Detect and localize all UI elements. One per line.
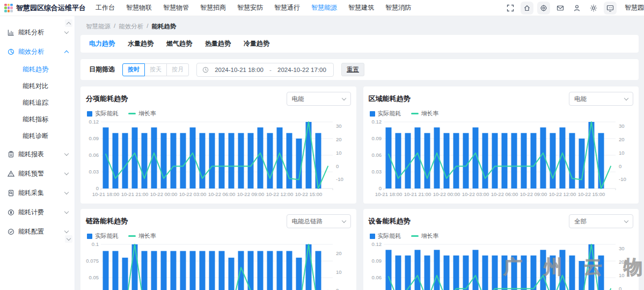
sidebar-scroll-up-icon[interactable] bbox=[65, 19, 72, 27]
chevron-down-icon bbox=[64, 190, 69, 194]
sidebar-scroll-down-icon[interactable] bbox=[65, 235, 72, 243]
svg-text:0.075: 0.075 bbox=[86, 258, 99, 264]
date-start-value[interactable]: 2024-10-21 18:00 bbox=[213, 67, 265, 73]
mode-by-month-button[interactable]: 按月 bbox=[166, 63, 189, 76]
svg-text:10-22 06:00: 10-22 06:00 bbox=[491, 191, 518, 197]
svg-text:10-21 21:00: 10-21 21:00 bbox=[404, 191, 431, 197]
sidebar-item-label: 能耗追踪 bbox=[23, 98, 48, 107]
sidebar-item-energy-collect[interactable]: 能耗采集 bbox=[0, 183, 75, 202]
legend-actual-energy[interactable]: 实际能耗 bbox=[370, 232, 401, 240]
line-swatch bbox=[128, 113, 136, 114]
link-select[interactable]: 电能总链路 bbox=[287, 214, 351, 228]
svg-text:10-22 00:00: 10-22 00:00 bbox=[150, 191, 178, 197]
tab-electricity-trend[interactable]: 电力趋势 bbox=[89, 39, 115, 48]
tab-heat-trend[interactable]: 热量趋势 bbox=[205, 39, 231, 48]
svg-text:0: 0 bbox=[336, 287, 339, 290]
sidebar-item-energy-kpi[interactable]: 能耗指标 bbox=[0, 111, 75, 128]
brand: 智慧园区综合运维平台 bbox=[4, 3, 86, 13]
tab-water-trend[interactable]: 水量趋势 bbox=[128, 39, 153, 48]
sidebar-item-label: 能耗采集 bbox=[18, 189, 65, 198]
nav-item-security[interactable]: 智慧安防 bbox=[237, 3, 263, 12]
svg-text:10-22 12:00: 10-22 12:00 bbox=[548, 191, 576, 197]
svg-text:10-21 21:00: 10-21 21:00 bbox=[121, 191, 149, 197]
tab-gas-trend[interactable]: 燃气趋势 bbox=[166, 39, 192, 48]
select-value: 电能 bbox=[292, 95, 339, 103]
chart-legend: 实际能耗 增长率 bbox=[370, 110, 634, 118]
legend-growth-rate[interactable]: 增长率 bbox=[128, 110, 156, 118]
line-swatch bbox=[411, 235, 419, 237]
topbar-actions: 智慧园 bbox=[504, 2, 644, 15]
clipboard-icon bbox=[8, 151, 14, 158]
sidebar-item-energy-trace[interactable]: 能耗追踪 bbox=[0, 95, 75, 111]
mode-by-day-button[interactable]: 按天 bbox=[144, 63, 167, 76]
legend-growth-rate[interactable]: 增长率 bbox=[411, 232, 439, 240]
nav-item-leasing[interactable]: 智慧招商 bbox=[200, 3, 226, 12]
sidebar-item-energy-billing[interactable]: 能耗计费 bbox=[0, 202, 75, 222]
sidebar-item-efficiency-analysis[interactable]: 能效分析 bbox=[0, 42, 75, 61]
home-icon[interactable] bbox=[521, 2, 533, 15]
user-icon[interactable] bbox=[570, 2, 583, 15]
svg-text:10-22 12:00: 10-22 12:00 bbox=[266, 191, 294, 197]
tab-cooling-trend[interactable]: 冷量趋势 bbox=[244, 39, 269, 48]
nav-item-building[interactable]: 智慧建筑 bbox=[348, 3, 374, 12]
chevron-down-icon bbox=[341, 218, 346, 222]
nav-item-energy[interactable]: 智慧能源 bbox=[311, 3, 337, 12]
legend-growth-rate[interactable]: 增长率 bbox=[411, 110, 439, 118]
chart-legend: 实际能耗 增长率 bbox=[87, 110, 351, 118]
chevron-up-icon bbox=[64, 50, 69, 54]
bar-line-chart: 00.0250.050.0750.1-100102010-21 18:0010-… bbox=[86, 241, 350, 290]
breadcrumb-separator: / bbox=[147, 23, 148, 31]
chart-legend: 实际能耗 增长率 bbox=[87, 232, 351, 240]
sidebar-item-energy-trend[interactable]: 能耗趋势 bbox=[0, 61, 75, 78]
sidebar-item-energy-report[interactable]: 能耗报表 bbox=[0, 144, 75, 164]
chevron-down-icon bbox=[341, 96, 346, 100]
legend-actual-energy[interactable]: 实际能耗 bbox=[87, 110, 119, 118]
svg-text:30: 30 bbox=[619, 245, 625, 251]
device-select[interactable]: 全部 bbox=[569, 214, 633, 228]
sidebar-item-label: 能耗诊断 bbox=[23, 132, 48, 141]
mail-icon[interactable] bbox=[554, 2, 567, 15]
sidebar-item-energy-diagnosis[interactable]: 能耗诊断 bbox=[0, 128, 75, 144]
nav-item-property[interactable]: 智慧物管 bbox=[163, 3, 189, 12]
topbar-account-label[interactable]: 智慧园 bbox=[625, 3, 644, 12]
sidebar-item-energy-compare[interactable]: 能耗对比 bbox=[0, 78, 75, 95]
energy-type-select[interactable]: 电能 bbox=[287, 92, 351, 106]
breadcrumb-item[interactable]: 智慧能源 bbox=[86, 23, 111, 31]
nav-item-fire[interactable]: 智慧消防 bbox=[385, 3, 411, 12]
sidebar-item-energy-alert[interactable]: 能耗预警 bbox=[0, 164, 75, 183]
breadcrumb-item[interactable]: 能效分析 bbox=[119, 23, 143, 31]
sidebar-item-energy-analysis[interactable]: 能耗分析 bbox=[0, 23, 75, 42]
date-range-separator: - bbox=[269, 67, 272, 73]
yen-circle-icon bbox=[8, 209, 14, 216]
panel-title: 分项能耗趋势 bbox=[86, 94, 128, 104]
legend-actual-energy[interactable]: 实际能耗 bbox=[87, 232, 119, 240]
legend-growth-rate[interactable]: 增长率 bbox=[128, 232, 156, 240]
bar-line-chart: 00.030.060.090.12-10010203010-21 18:0010… bbox=[86, 119, 350, 199]
mode-by-hour-button[interactable]: 按时 bbox=[122, 63, 145, 76]
svg-text:0.03: 0.03 bbox=[371, 169, 382, 175]
settings-badge-icon[interactable] bbox=[537, 2, 550, 15]
app-title: 智慧园区综合运维平台 bbox=[16, 3, 86, 13]
panel-link-energy-trend: 链路能耗趋势 电能总链路 实际能耗 增长率 00.0250.050.0750.1… bbox=[80, 209, 356, 290]
breadcrumb-current: 能耗趋势 bbox=[151, 23, 176, 31]
svg-text:10-22 03:00: 10-22 03:00 bbox=[462, 191, 489, 197]
nav-item-access[interactable]: 智慧通行 bbox=[274, 3, 300, 12]
nav-item-iot[interactable]: 智慧物联 bbox=[126, 3, 152, 12]
date-end-value[interactable]: 2024-10-22 17:00 bbox=[276, 67, 328, 73]
date-filter-label: 日期筛选 bbox=[89, 65, 115, 74]
reset-button[interactable]: 重置 bbox=[341, 63, 364, 76]
monitor-icon[interactable] bbox=[604, 2, 617, 15]
breadcrumb-separator: / bbox=[114, 23, 115, 31]
sidebar-item-energy-config[interactable]: 能耗配置 bbox=[0, 222, 75, 241]
legend-actual-energy[interactable]: 实际能耗 bbox=[370, 110, 401, 118]
energy-type-select[interactable]: 电能 bbox=[569, 92, 633, 106]
nav-item-workbench[interactable]: 工作台 bbox=[96, 3, 115, 12]
svg-text:0.03: 0.03 bbox=[89, 169, 99, 175]
gear-icon[interactable] bbox=[587, 2, 600, 15]
svg-text:10-22 15:00: 10-22 15:00 bbox=[577, 191, 605, 197]
fullscreen-icon[interactable] bbox=[504, 2, 517, 15]
chevron-down-icon bbox=[624, 218, 628, 222]
svg-text:0.06: 0.06 bbox=[89, 152, 99, 158]
date-range-picker[interactable]: 2024-10-21 18:00 - 2024-10-22 17:00 bbox=[196, 63, 334, 77]
panel-device-energy-trend: 设备能耗趋势 全部 实际能耗 增长率 00.030.060.090.12-100… bbox=[363, 209, 639, 290]
